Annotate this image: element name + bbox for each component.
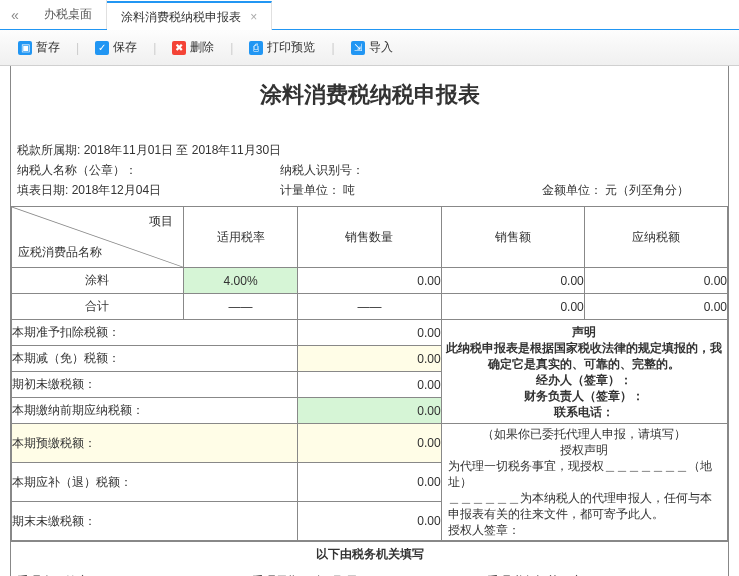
print-label: 打印预览 [267,39,315,56]
toolbar: ▣暂存 | ✓保存 | ✖删除 | ⎙打印预览 | ⇲导入 [0,30,739,66]
close-icon[interactable]: × [250,10,257,24]
document-area: 涂料消费税纳税申报表 税款所属期: 2018年11月01日 至 2018年11月… [0,66,739,576]
agent-cell: （如果你已委托代理人申报，请填写） 授权声明 为代理一切税务事宜，现授权＿＿＿＿… [441,424,727,541]
tab-home-label: 办税桌面 [44,7,92,21]
agent-line1a: 为代理一切税务事宜，现授权＿＿＿＿＿＿＿（地址） [448,458,721,490]
l2-value[interactable]: 0.00 [298,346,441,372]
delete-icon: ✖ [172,41,186,55]
taxpayer-id: 纳税人识别号： [280,160,543,180]
header-qty: 销售数量 [298,207,441,268]
page-title: 涂料消费税纳税申报表 [11,66,728,140]
delete-label: 删除 [190,39,214,56]
total-rate: —— [183,294,298,320]
statement-s2: 财务负责人（签章）： [446,388,723,404]
amount-unit: 金额单位： 元（列至角分） [542,180,722,200]
print-button[interactable]: ⎙打印预览 [241,36,323,59]
header-tax: 应纳税额 [584,207,727,268]
import-label: 导入 [369,39,393,56]
header-row: 项目 应税消费品名称 适用税率 销售数量 销售额 应纳税额 [12,207,728,268]
save-icon: ✓ [95,41,109,55]
total-qty: —— [298,294,441,320]
delete-button[interactable]: ✖删除 [164,36,222,59]
pause-icon: ▣ [18,41,32,55]
agent-hint: （如果你已委托代理人申报，请填写） [448,426,721,442]
l4-value[interactable]: 0.00 [298,398,441,424]
separator: | [230,41,233,55]
import-button[interactable]: ⇲导入 [343,36,401,59]
header-amount: 销售额 [441,207,584,268]
separator: | [76,41,79,55]
total-tax: 0.00 [584,294,727,320]
l6-label: 本期应补（退）税额： [12,463,298,502]
statement-body: 此纳税申报表是根据国家税收法律的规定填报的，我确定它是真实的、可靠的、完整的。 [446,340,723,372]
l5-label: 本期预缴税额： [12,424,298,463]
footer-section-title: 以下由税务机关填写 [11,541,728,567]
statement-s3: 联系电话： [446,404,723,420]
header-diag-top: 项目 [149,213,173,230]
l3-value[interactable]: 0.00 [298,372,441,398]
meta-block: 税款所属期: 2018年11月01日 至 2018年11月30日 纳税人名称（公… [11,140,728,206]
unit: 计量单位： 吨 [280,180,543,200]
save-label: 保存 [113,39,137,56]
total-amount: 0.00 [441,294,584,320]
taxpayer-name: 纳税人名称（公章）： [17,160,280,180]
table-row-total: 合计 —— —— 0.00 0.00 [12,294,728,320]
item-qty[interactable]: 0.00 [298,268,441,294]
l3-label: 期初未缴税额： [12,372,298,398]
header-diag-bottom: 应税消费品名称 [18,244,102,261]
save-button[interactable]: ✓保存 [87,36,145,59]
l1-value[interactable]: 0.00 [298,320,441,346]
l7-label: 期末未缴税额： [12,502,298,541]
fill-date: 填表日期: 2018年12月04日 [17,180,280,200]
import-icon: ⇲ [351,41,365,55]
period: 税款所属期: 2018年11月01日 至 2018年11月30日 [17,140,722,160]
line-deduct: 本期准予扣除税额： 0.00 声明 此纳税申报表是根据国家税收法律的规定填报的，… [12,320,728,346]
header-rate: 适用税率 [183,207,298,268]
item-amount[interactable]: 0.00 [441,268,584,294]
tab-active-label: 涂料消费税纳税申报表 [121,10,241,24]
pause-button[interactable]: ▣暂存 [10,36,68,59]
footer-row: 受理人（签章）： 受理日期： 年 月 日 受理税务机关（章）： [11,567,728,576]
item-name: 涂料 [12,268,184,294]
tab-active[interactable]: 涂料消费税纳税申报表 × [107,1,272,30]
agent-sign: 授权人签章： [448,522,721,538]
line-prepaid: 本期预缴税额： 0.00 （如果你已委托代理人申报，请填写） 授权声明 为代理一… [12,424,728,463]
total-name: 合计 [12,294,184,320]
l5-value[interactable]: 0.00 [298,424,441,463]
agent-title: 授权声明 [448,442,721,458]
header-diag: 项目 应税消费品名称 [12,207,184,268]
statement-s1: 经办人（签章）： [446,372,723,388]
tab-home[interactable]: 办税桌面 [30,0,107,29]
item-tax[interactable]: 0.00 [584,268,727,294]
print-icon: ⎙ [249,41,263,55]
statement-title: 声明 [446,324,723,340]
separator: | [331,41,334,55]
l2-label: 本期减（免）税额： [12,346,298,372]
agent-line1b: ＿＿＿＿＿＿为本纳税人的代理申报人，任何与本申报表有关的往来文件，都可寄予此人。 [448,490,721,522]
main-table: 项目 应税消费品名称 适用税率 销售数量 销售额 应纳税额 涂料 4.00% 0… [11,206,728,541]
tab-bar: « 办税桌面 涂料消费税纳税申报表 × [0,0,739,30]
table-row: 涂料 4.00% 0.00 0.00 0.00 [12,268,728,294]
tabs-scroll-left[interactable]: « [0,7,30,23]
item-rate[interactable]: 4.00% [183,268,298,294]
l7-value[interactable]: 0.00 [298,502,441,541]
l6-value[interactable]: 0.00 [298,463,441,502]
l1-label: 本期准予扣除税额： [12,320,298,346]
l4-label: 本期缴纳前期应纳税额： [12,398,298,424]
statement-cell: 声明 此纳税申报表是根据国家税收法律的规定填报的，我确定它是真实的、可靠的、完整… [441,320,727,424]
pause-label: 暂存 [36,39,60,56]
separator: | [153,41,156,55]
